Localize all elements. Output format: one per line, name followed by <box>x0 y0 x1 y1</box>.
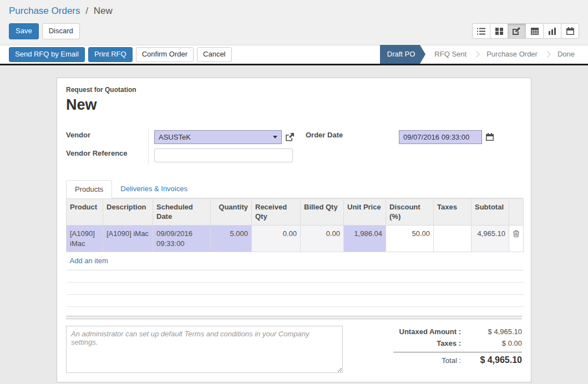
form-content: Request for Quotation New Vendor ASUSTeK <box>0 65 588 382</box>
col-header-scheduled-date: Scheduled Date <box>153 198 211 225</box>
col-header-billed-qty: Billed Qty <box>301 198 344 225</box>
table-header-row: Product Description Scheduled Date Quant… <box>67 198 524 225</box>
order-date-input[interactable] <box>399 130 482 144</box>
add-item-row: Add an item <box>67 252 524 270</box>
graph-view-button[interactable] <box>543 23 561 39</box>
status-purchase-order[interactable]: Purchase Order <box>482 45 542 64</box>
notebook-tabs: Products Deliveries & Invoices <box>66 180 522 198</box>
order-lines-table: Product Description Scheduled Date Quant… <box>66 198 524 307</box>
breadcrumb-current: New <box>94 6 113 16</box>
left-field-group: Vendor ASUSTeK Vendor Reference <box>66 128 295 165</box>
list-icon <box>477 28 485 35</box>
bar-chart-icon <box>549 28 556 35</box>
status-rfq-sent[interactable]: RFQ Sent <box>430 45 471 64</box>
kanban-view-button[interactable] <box>490 23 508 39</box>
confirm-order-button[interactable]: Confirm Order <box>136 47 194 62</box>
delete-line-button[interactable] <box>509 225 524 252</box>
untaxed-amount-value: $ 4,965.10 <box>469 327 522 336</box>
section-separator <box>66 316 522 319</box>
cell-unit-price[interactable]: 1,986.04 <box>344 225 386 252</box>
col-header-description: Description <box>103 198 153 225</box>
cell-discount[interactable]: 50.00 <box>386 225 434 252</box>
chevron-right-icon <box>544 52 550 58</box>
totals-divider <box>393 352 522 352</box>
view-switcher <box>472 23 579 39</box>
print-rfq-button[interactable]: Print RFQ <box>88 47 133 62</box>
sheet-footer: Untaxed Amount : $ 4,965.10 Taxes : $ 0.… <box>66 326 522 373</box>
status-done[interactable]: Done <box>553 45 579 64</box>
order-date-label: Order Date <box>306 128 393 139</box>
breadcrumb-separator: / <box>85 6 88 16</box>
calendar-icon <box>566 27 574 35</box>
taxes-value: $ 0.00 <box>469 339 522 347</box>
form-sheet: Request for Quotation New Vendor ASUSTeK <box>57 78 531 382</box>
form-view-button[interactable] <box>508 23 526 39</box>
empty-row <box>67 294 524 306</box>
total-label: Total : <box>393 356 469 365</box>
statusbar: Send RFQ by Email Print RFQ Confirm Orde… <box>0 45 588 64</box>
total-value: $ 4,965.10 <box>469 355 522 365</box>
datepicker-calendar-icon[interactable] <box>486 133 494 141</box>
col-header-taxes: Taxes <box>434 198 472 225</box>
external-link-icon[interactable] <box>286 133 294 141</box>
page-title: New <box>66 96 522 114</box>
totals-block: Untaxed Amount : $ 4,965.10 Taxes : $ 0.… <box>393 326 522 367</box>
dropdown-caret-icon <box>273 136 277 139</box>
total-row: Total : $ 4,965.10 <box>393 354 522 367</box>
col-header-product: Product <box>67 198 103 225</box>
taxes-row: Taxes : $ 0.00 <box>393 337 522 349</box>
trash-icon <box>513 231 519 239</box>
right-field-group: Order Date <box>295 128 522 165</box>
taxes-label: Taxes : <box>393 339 469 347</box>
vendor-value: ASUSTeK <box>159 133 191 141</box>
edit-form-icon <box>513 27 521 35</box>
list-view-button[interactable] <box>472 23 490 39</box>
vendor-reference-label: Vendor Reference <box>66 146 148 157</box>
cell-product[interactable]: [A1090] iMac <box>67 225 103 252</box>
send-rfq-by-email-button[interactable]: Send RFQ by Email <box>9 47 85 62</box>
col-header-discount: Discount (%) <box>386 198 434 225</box>
breadcrumb-purchase-orders[interactable]: Purchase Orders <box>9 6 80 16</box>
purchase-order-form-screen: Purchase Orders / New Save Discard <box>0 0 588 382</box>
field-groups: Vendor ASUSTeK Vendor Reference <box>66 128 522 165</box>
cell-subtotal: 4,965.10 <box>472 225 509 252</box>
cell-description[interactable]: [A1090] iMac <box>103 225 153 252</box>
cell-scheduled-date[interactable]: 09/09/2016 09:33:00 <box>153 225 211 252</box>
empty-row <box>67 282 524 294</box>
order-line-row: [A1090] iMac [A1090] iMac 09/09/2016 09:… <box>67 225 524 252</box>
cell-quantity[interactable]: 5.000 <box>211 225 252 252</box>
pivot-table-icon <box>531 28 539 35</box>
calendar-view-button[interactable] <box>561 23 579 39</box>
col-header-actions <box>509 198 524 225</box>
chevron-right-icon <box>473 52 479 58</box>
untaxed-amount-row: Untaxed Amount : $ 4,965.10 <box>393 326 522 337</box>
status-draft-po[interactable]: Draft PO <box>380 45 420 64</box>
tab-deliveries-invoices[interactable]: Deliveries & Invoices <box>112 180 196 198</box>
discard-button[interactable]: Discard <box>42 23 80 39</box>
col-header-quantity: Quantity <box>211 198 252 225</box>
kanban-icon <box>495 28 503 35</box>
cell-received-qty: 0.00 <box>252 225 301 252</box>
save-button[interactable]: Save <box>9 23 39 39</box>
col-header-received-qty: Received Qty <box>252 198 301 225</box>
vendor-label: Vendor <box>66 128 148 139</box>
status-pipeline: Draft PO RFQ Sent Purchase Order Done <box>380 45 579 64</box>
untaxed-amount-label: Untaxed Amount : <box>393 327 469 336</box>
terms-conditions-textarea[interactable] <box>66 326 343 373</box>
col-header-subtotal: Subtotal <box>472 198 509 225</box>
breadcrumb: Purchase Orders / New <box>0 0 588 19</box>
vendor-reference-input[interactable] <box>154 149 293 162</box>
add-an-item-link[interactable]: Add an item <box>70 257 108 265</box>
cell-billed-qty: 0.00 <box>301 225 344 252</box>
vendor-select[interactable]: ASUSTeK <box>154 130 282 144</box>
statusbar-buttons: Send RFQ by Email Print RFQ Confirm Orde… <box>9 47 232 62</box>
cell-taxes[interactable] <box>434 225 472 252</box>
control-panel: Save Discard <box>0 19 588 45</box>
pivot-view-button[interactable] <box>525 23 544 39</box>
document-type-label: Request for Quotation <box>66 86 522 94</box>
empty-row <box>67 270 524 282</box>
tab-products[interactable]: Products <box>66 180 112 198</box>
col-header-unit-price: Unit Price <box>344 198 386 225</box>
cancel-button[interactable]: Cancel <box>197 47 231 62</box>
